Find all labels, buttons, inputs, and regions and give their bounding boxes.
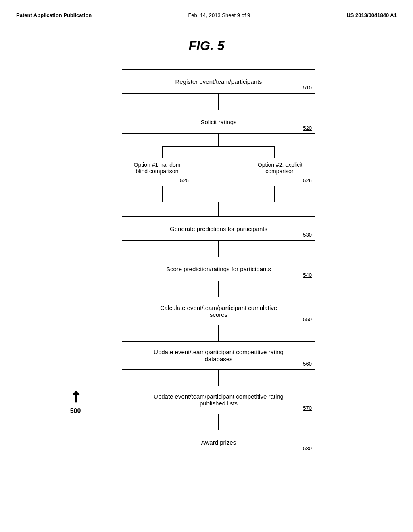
box-570-text: Update event/team/participant competitiv…	[154, 393, 284, 407]
branch-split-area	[122, 134, 315, 146]
box-520: Solicit ratings 520	[122, 110, 315, 134]
box-520-label: 520	[303, 125, 312, 131]
box-570-wrapper: ↗ 500 Update event/team/participant comp…	[122, 386, 315, 414]
connector-branch-530	[122, 202, 315, 216]
box-525-text: Option #1: randomblind comparison	[134, 162, 181, 175]
merge-vline-right	[274, 186, 275, 202]
branch-row: Option #1: randomblind comparison 525 Op…	[122, 158, 315, 186]
vline	[218, 241, 219, 257]
vline-right	[274, 146, 275, 158]
vline-split	[218, 134, 219, 146]
box-526-text: Option #2: explicit comparison	[258, 162, 302, 175]
box-510-label: 510	[303, 85, 312, 91]
branch-section: Option #1: randomblind comparison 525 Op…	[122, 134, 315, 202]
label-500-area: ↗ 500	[69, 390, 81, 415]
box-550-text: Calculate event/team/participant cumulat…	[160, 304, 277, 318]
box-526-label: 526	[303, 177, 312, 183]
vline-left	[162, 146, 163, 158]
connector-560-570	[122, 370, 315, 386]
header: Patent Application Publication Feb. 14, …	[16, 8, 397, 26]
header-left: Patent Application Publication	[16, 12, 92, 18]
connector-550-560	[122, 325, 315, 341]
box-510-text: Register event/team/participants	[175, 78, 262, 85]
vline	[218, 202, 219, 216]
box-525: Option #1: randomblind comparison 525	[122, 158, 192, 186]
page: Patent Application Publication Feb. 14, …	[0, 0, 413, 532]
connector-530-540	[122, 241, 315, 257]
hline-branch	[162, 146, 275, 147]
box-580: Award prizes 580	[122, 430, 315, 454]
flowchart: Register event/team/participants 510 Sol…	[16, 69, 397, 454]
connector-510-520	[122, 94, 315, 110]
box-580-label: 580	[303, 445, 312, 451]
vline	[218, 370, 219, 386]
box-526: Option #2: explicit comparison 526	[245, 158, 315, 186]
box-530-text: Generate predictions for participants	[170, 225, 267, 232]
box-560-label: 560	[303, 361, 312, 367]
header-right: US 2013/0041840 A1	[346, 12, 397, 18]
vline	[218, 325, 219, 341]
box-560: Update event/team/participant competitiv…	[122, 341, 315, 370]
vline	[218, 281, 219, 297]
box-530-label: 530	[303, 232, 312, 238]
box-560-text: Update event/team/participant competitiv…	[154, 349, 284, 362]
header-center: Feb. 14, 2013 Sheet 9 of 9	[188, 12, 250, 18]
arrow-500-icon: ↗	[66, 388, 85, 407]
box-530: Generate predictions for participants 53…	[122, 216, 315, 241]
merge-vline-left	[162, 186, 163, 202]
label-500: 500	[70, 407, 81, 415]
merge-hline	[162, 202, 275, 202]
box-550-label: 550	[303, 316, 312, 322]
connector-540-550	[122, 281, 315, 297]
vline	[218, 414, 219, 430]
box-520-text: Solicit ratings	[200, 118, 236, 125]
box-540-text: Score prediction/ratings for participant…	[166, 266, 271, 272]
vline	[218, 94, 219, 110]
merge-area	[122, 186, 315, 202]
box-540: Score prediction/ratings for participant…	[122, 257, 315, 281]
box-525-label: 525	[180, 177, 189, 183]
box-570: Update event/team/participant competitiv…	[122, 386, 315, 414]
box-550: Calculate event/team/participant cumulat…	[122, 297, 315, 325]
box-570-label: 570	[303, 405, 312, 411]
box-580-text: Award prizes	[201, 439, 236, 446]
box-510: Register event/team/participants 510	[122, 69, 315, 94]
branch-spacer	[122, 146, 315, 158]
connector-570-580	[122, 414, 315, 430]
box-540-label: 540	[303, 272, 312, 278]
figure-title: FIG. 5	[16, 38, 397, 53]
